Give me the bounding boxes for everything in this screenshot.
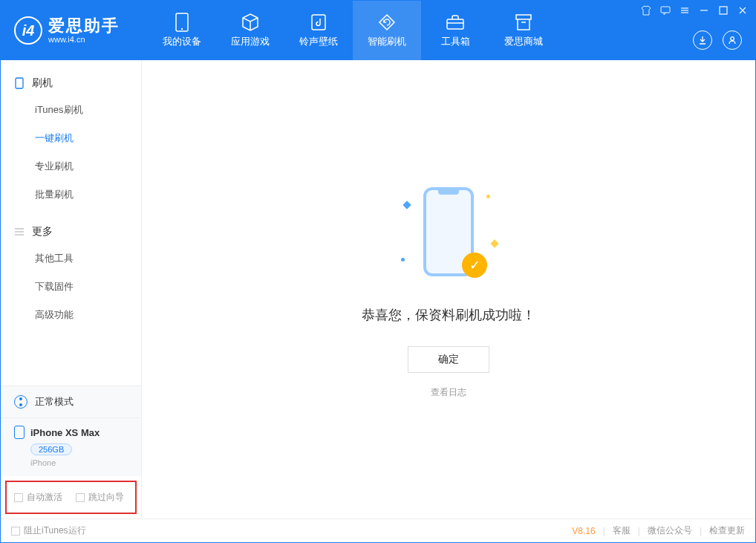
device-top: iPhone XS Max [14,426,128,439]
logo-icon: i4 [14,16,42,45]
status-left: 阻止iTunes运行 [11,524,86,537]
phone-icon [14,78,25,88]
checkbox-box [14,493,23,502]
user-icon[interactable] [723,30,742,50]
svg-rect-3 [447,19,463,29]
sidebar-bottom: 正常模式 iPhone XS Max 256GB iPhone 自动激活 [1,386,141,518]
mode-icon [14,395,27,409]
shop-icon [514,13,533,32]
device-name: iPhone XS Max [30,427,100,438]
sidebar-item-itunes-flash[interactable]: iTunes刷机 [1,96,141,124]
download-icon[interactable] [693,30,712,50]
nav-tab-ringtones[interactable]: 铃声壁纸 [284,1,353,60]
group-title: 更多 [32,225,53,238]
view-log-link[interactable]: 查看日志 [431,386,466,399]
nav-label: 我的设备 [163,35,201,48]
success-message: 恭喜您，保资料刷机成功啦！ [362,306,535,324]
checkbox-box [76,493,85,502]
nav-tabs: 我的设备 应用游戏 铃声壁纸 智能刷机 工具箱 爱思商城 [148,1,558,60]
body-area: 刷机 iTunes刷机 一键刷机 专业刷机 批量刷机 更多 其他工具 下载固件 … [1,60,755,518]
sidebar-item-other-tools[interactable]: 其他工具 [1,244,141,273]
sparkle-icon [490,239,498,247]
header-right-icons [693,30,742,50]
close-button[interactable] [737,5,748,16]
checkbox-row-highlighted: 自动激活 跳过向导 [5,481,137,514]
ok-button[interactable]: 确定 [408,346,489,373]
sidebar-group-more[interactable]: 更多 [1,219,141,244]
logo-text: 爱思助手 www.i4.cn [48,17,120,44]
nav-tab-my-device[interactable]: 我的设备 [148,1,216,60]
refresh-icon [377,13,397,32]
status-link-support[interactable]: 客服 [613,524,630,537]
toolbox-icon [446,13,465,32]
app-url: www.i4.cn [48,35,120,44]
tshirt-icon[interactable] [641,5,651,16]
device-icon [172,13,192,32]
nav-label: 工具箱 [441,35,470,48]
separator: | [603,526,605,536]
separator: | [638,526,640,536]
app-window: i4 爱思助手 www.i4.cn 我的设备 应用游戏 铃声壁纸 智能刷机 [0,0,756,543]
menu-icon[interactable] [680,5,690,16]
sidebar-item-download-firmware[interactable]: 下载固件 [1,273,141,301]
logo-area: i4 爱思助手 www.i4.cn [1,16,133,45]
device-storage-badge: 256GB [30,443,72,455]
nav-tab-apps[interactable]: 应用游戏 [216,1,284,60]
mode-row[interactable]: 正常模式 [1,386,141,418]
sidebar-item-advanced[interactable]: 高级功能 [1,301,141,329]
svg-rect-2 [312,15,325,30]
device-phone-icon [14,426,25,439]
app-name: 爱思助手 [48,17,120,35]
checkbox-label: 跳过向导 [88,491,124,504]
maximize-button[interactable] [718,5,729,16]
sparkle-icon [403,201,411,209]
minimize-button[interactable] [699,5,709,16]
nav-label: 铃声壁纸 [299,35,338,48]
sparkle-dot-icon [486,195,490,198]
cube-icon [241,13,260,32]
menu-lines-icon [14,227,25,237]
music-icon [309,13,328,32]
device-row[interactable]: iPhone XS Max 256GB iPhone [1,418,141,476]
nav-tab-flash[interactable]: 智能刷机 [353,1,421,60]
checkbox-label: 阻止iTunes运行 [24,524,86,537]
sidebar-group-flash[interactable]: 刷机 [1,71,141,96]
svg-point-13 [731,37,734,41]
titlebar: i4 爱思助手 www.i4.cn 我的设备 应用游戏 铃声壁纸 智能刷机 [1,1,755,60]
sidebar-item-batch-flash[interactable]: 批量刷机 [1,181,141,209]
status-link-update[interactable]: 检查更新 [709,524,745,537]
svg-rect-10 [720,7,727,14]
status-link-wechat[interactable]: 微信公众号 [648,524,692,537]
svg-rect-14 [16,78,23,88]
checkbox-block-itunes[interactable]: 阻止iTunes运行 [11,524,86,537]
sparkle-dot-icon [401,258,405,261]
checkbox-label: 自动激活 [27,491,62,504]
nav-tab-store[interactable]: 爱思商城 [489,1,558,60]
status-right: V8.16 | 客服 | 微信公众号 | 检查更新 [572,524,745,537]
sidebar-item-pro-flash[interactable]: 专业刷机 [1,152,141,181]
checkmark-badge-icon: ✓ [462,253,487,278]
device-type: iPhone [30,458,128,467]
sidebar: 刷机 iTunes刷机 一键刷机 专业刷机 批量刷机 更多 其他工具 下载固件 … [1,60,142,518]
window-controls [641,5,748,16]
nav-label: 应用游戏 [231,35,270,48]
checkbox-skip-guide[interactable]: 跳过向导 [76,491,124,504]
checkbox-auto-activate[interactable]: 自动激活 [14,491,62,504]
svg-point-1 [181,28,183,30]
checkbox-box [11,527,20,536]
version-label: V8.16 [572,526,595,536]
separator: | [700,526,702,536]
nav-tab-toolbox[interactable]: 工具箱 [421,1,489,60]
feedback-icon[interactable] [660,5,671,16]
illustration-notch [438,190,459,195]
success-illustration: ✓ [397,180,501,284]
statusbar: 阻止iTunes运行 V8.16 | 客服 | 微信公众号 | 检查更新 [1,518,755,542]
main-content: ✓ 恭喜您，保资料刷机成功啦！ 确定 查看日志 [142,60,755,518]
mode-label: 正常模式 [35,395,74,409]
nav-label: 爱思商城 [504,35,543,48]
nav-label: 智能刷机 [368,35,406,48]
group-title: 刷机 [32,77,53,90]
sidebar-nav: 刷机 iTunes刷机 一键刷机 专业刷机 批量刷机 更多 其他工具 下载固件 … [1,60,141,386]
svg-rect-5 [661,7,670,13]
sidebar-item-oneclick-flash[interactable]: 一键刷机 [1,124,141,152]
